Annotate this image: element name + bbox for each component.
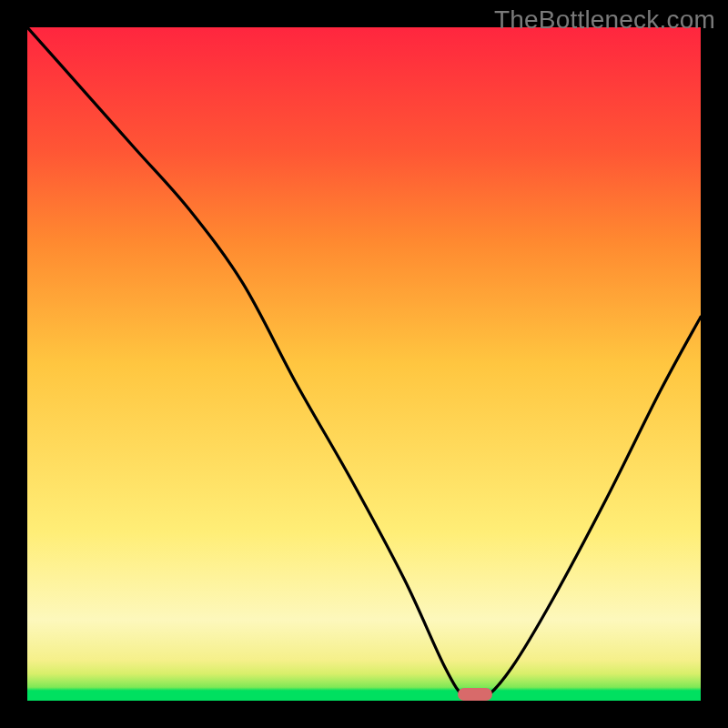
watermark-text: TheBottleneck.com: [494, 5, 715, 35]
plot-area: [27, 27, 701, 701]
bottleneck-curve: [27, 27, 701, 701]
chart-frame: TheBottleneck.com: [0, 0, 728, 728]
optimal-marker: [458, 688, 492, 701]
